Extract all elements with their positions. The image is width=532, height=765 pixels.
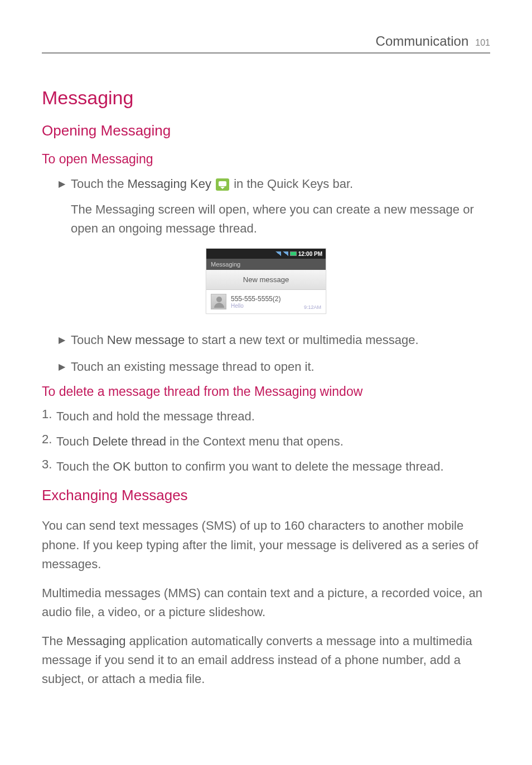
message-thread-row: 555-555-5555(2) Hello 9:12AM <box>206 290 326 313</box>
signal-icon <box>275 251 281 256</box>
paragraph: You can send text messages (SMS) of up t… <box>42 516 490 573</box>
item-text: Touch and hold the message thread. <box>56 407 255 425</box>
text-fragment: Touch the <box>71 177 128 191</box>
bold-text: Delete thread <box>93 434 166 448</box>
text-fragment: to start a new text or multimedia messag… <box>185 333 418 347</box>
bullet-list: ▶ Touch New message to start a new text … <box>59 331 490 376</box>
text-fragment: Touch <box>56 434 93 448</box>
text-fragment: button to confirm you want to delete the… <box>130 459 443 473</box>
text-fragment: in the Context menu that opens. <box>166 434 344 448</box>
bullet-arrow-icon: ▶ <box>59 178 65 189</box>
list-item: ▶ Touch an existing message thread to op… <box>59 357 490 376</box>
battery-icon <box>290 251 297 256</box>
list-item: 1. Touch and hold the message thread. <box>42 407 490 425</box>
chapter-name: Communication <box>376 33 469 49</box>
contact-avatar-icon <box>211 294 226 309</box>
subsection-delete-thread: To delete a message thread from the Mess… <box>42 384 490 399</box>
bullet-text: Touch the Messaging Key in the Quick Key… <box>71 177 353 191</box>
list-item: ▶ Touch New message to start a new text … <box>59 331 490 350</box>
list-item: 3. Touch the OK button to confirm you wa… <box>42 457 490 476</box>
text-fragment: Touch the <box>56 459 113 473</box>
list-item: ▶ Touch the Messaging Key in the Quick K… <box>59 175 490 238</box>
signal-icon <box>283 251 288 256</box>
item-number: 2. <box>42 432 56 451</box>
item-number: 1. <box>42 407 56 425</box>
bold-text: Messaging <box>66 634 125 648</box>
numbered-list: 1. Touch and hold the message thread. 2.… <box>42 407 490 476</box>
text-fragment: in the Quick Keys bar. <box>230 177 353 191</box>
item-text: Touch Delete thread in the Context menu … <box>56 432 344 451</box>
embedded-screenshot: 12:00 PM Messaging New message 555-555-5… <box>42 248 490 314</box>
section-opening-messaging: Opening Messaging <box>42 122 490 139</box>
bold-text: Messaging Key <box>128 177 211 191</box>
item-number: 3. <box>42 457 56 476</box>
paragraph: Multimedia messages (MMS) can contain te… <box>42 584 490 622</box>
phone-screen: 12:00 PM Messaging New message 555-555-5… <box>206 248 326 314</box>
thread-time: 9:12AM <box>304 304 321 310</box>
thread-info: 555-555-5555(2) Hello <box>231 295 304 309</box>
item-text: Touch the OK button to confirm you want … <box>56 457 444 476</box>
status-bar: 12:00 PM <box>206 249 326 259</box>
bullet-text: Touch New message to start a new text or… <box>71 331 419 350</box>
paragraph: The Messaging application automatically … <box>42 632 490 689</box>
bullet-list: ▶ Touch the Messaging Key in the Quick K… <box>59 175 490 238</box>
page-number: 101 <box>475 38 490 48</box>
thread-preview: Hello <box>231 303 304 309</box>
bullet-arrow-icon: ▶ <box>59 361 65 372</box>
list-item: 2. Touch Delete thread in the Context me… <box>42 432 490 451</box>
bullet-subtext: The Messaging screen will open, where yo… <box>71 200 490 238</box>
messaging-key-icon <box>216 178 229 191</box>
status-time: 12:00 PM <box>298 251 322 257</box>
subsection-to-open-messaging: To open Messaging <box>42 152 490 167</box>
bullet-text: Touch an existing message thread to open… <box>71 357 315 376</box>
app-title-bar: Messaging <box>206 259 326 270</box>
bold-text: New message <box>107 333 185 347</box>
text-fragment: The <box>42 634 66 648</box>
bold-text: OK <box>113 459 131 473</box>
page-header: Communication 101 <box>42 33 490 54</box>
section-exchanging-messages: Exchanging Messages <box>42 487 490 504</box>
page-title: Messaging <box>42 87 490 109</box>
text-fragment: Touch <box>71 333 107 347</box>
new-message-button: New message <box>206 270 326 290</box>
thread-number: 555-555-5555(2) <box>231 295 304 303</box>
bullet-arrow-icon: ▶ <box>59 335 65 345</box>
